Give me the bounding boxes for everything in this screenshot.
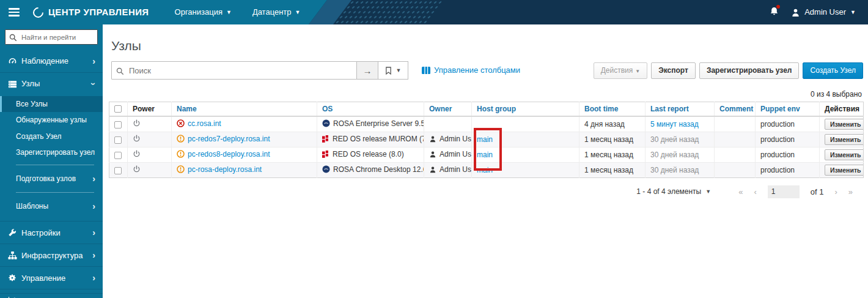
os-label: RED OS release MUROM (7.3.4) D... xyxy=(333,135,424,143)
chevron-right-icon: › xyxy=(92,251,95,259)
host-name-link[interactable]: cc.rosa.int xyxy=(188,119,221,128)
gauge-icon xyxy=(8,56,21,65)
sidebar-item-monitoring-overview[interactable]: Наблюдение › xyxy=(0,50,103,72)
table-row: pc-rosa-deploy.rosa.int ROSA Chrome Desk… xyxy=(109,162,864,177)
per-page-dropdown[interactable]: 1 - 4 of 4 элементы ▼ xyxy=(636,187,711,196)
create-host-button[interactable]: Создать Узел xyxy=(803,62,863,79)
search-input[interactable] xyxy=(111,61,357,80)
chevron-right-icon: › xyxy=(92,174,95,183)
os-icon xyxy=(322,135,329,144)
datacenter-menu[interactable]: Датацентр ▼ xyxy=(252,7,301,17)
sidebar-item-infrastructure[interactable]: Инфраструктура › xyxy=(0,244,103,266)
divider xyxy=(16,165,94,165)
hosts-table-wrap: PowerNameOSOwnerHost groupBoot timeLast … xyxy=(109,102,863,178)
search-icon xyxy=(9,32,17,44)
actions-button[interactable]: Действия▼ xyxy=(594,62,648,79)
user-menu[interactable]: Admin User ▼ xyxy=(791,7,856,17)
row-checkbox[interactable] xyxy=(114,167,122,174)
chevron-down-icon: ▼ xyxy=(295,10,301,15)
os-label: RED OS release (8.0) xyxy=(333,150,404,158)
sidebar-item-provisioning[interactable]: Подготовка узлов › xyxy=(0,169,103,188)
brand[interactable]: ЦЕНТР УПРАВЛЕНИЯ xyxy=(33,7,149,18)
row-checkbox[interactable] xyxy=(114,136,122,144)
host-group-link[interactable]: main xyxy=(477,166,493,174)
last-report[interactable]: 5 минут назад xyxy=(650,120,699,129)
gear-icon xyxy=(8,274,21,282)
host-name-link[interactable]: pc-rosa-deploy.rosa.int xyxy=(188,165,262,174)
power-status-icon xyxy=(133,165,141,175)
chevron-right-icon: › xyxy=(92,57,95,65)
table-header-row: PowerNameOSOwnerHost groupBoot timeLast … xyxy=(109,102,864,116)
sidebar: Наблюдение › Узлы › Все Узлы Обнаруженны… xyxy=(0,24,103,298)
organization-menu[interactable]: Организация ▼ xyxy=(175,7,232,17)
owner-label: Admin User xyxy=(440,165,472,174)
owner-label: Admin User xyxy=(440,135,472,143)
edit-button[interactable]: Изменить xyxy=(825,149,864,160)
column-header[interactable]: Last report xyxy=(645,102,715,116)
boot-time: 1 месяц назад xyxy=(579,147,645,162)
column-header[interactable]: Name xyxy=(172,102,317,116)
chevron-down-icon: ▼ xyxy=(635,69,640,74)
user-name: Admin User xyxy=(804,7,846,17)
next-page-button[interactable]: › xyxy=(834,187,837,197)
last-page-button[interactable]: » xyxy=(848,187,853,197)
sidebar-item-all-hosts[interactable]: Все Узлы xyxy=(0,96,103,112)
edit-button[interactable]: Изменить xyxy=(825,165,864,176)
top-navbar: ЦЕНТР УПРАВЛЕНИЯ Организация ▼ Датацентр… xyxy=(0,0,868,24)
sidebar-item-administer[interactable]: Управление › xyxy=(0,266,103,289)
selection-count: 0 из 4 выбрано xyxy=(103,90,862,99)
column-header[interactable]: Comment xyxy=(715,102,756,116)
edit-button[interactable]: Изменить xyxy=(825,134,864,145)
hosts-submenu: Все Узлы Обнаруженные узлы Создать Узел … xyxy=(0,95,103,221)
notifications-bell-icon[interactable] xyxy=(770,6,779,18)
edit-button[interactable]: Изменить xyxy=(825,119,864,130)
column-header[interactable]: OS xyxy=(317,102,424,116)
sidebar-item-monitor[interactable]: Мониторинг › xyxy=(0,289,103,298)
column-header[interactable]: Puppet env xyxy=(756,102,820,116)
bookmark-button[interactable]: ▼ xyxy=(378,61,408,80)
sitemap-icon xyxy=(8,251,21,260)
last-report: 30 дней назад xyxy=(650,166,699,174)
host-name-link[interactable]: pc-redos8-deploy.rosa.int xyxy=(188,150,270,158)
boot-time: 1 месяц назад xyxy=(579,132,645,147)
first-page-button[interactable]: « xyxy=(738,187,743,197)
puppet-env: production xyxy=(756,116,820,132)
host-group-link[interactable]: main xyxy=(477,135,493,144)
comment xyxy=(715,162,756,177)
search-submit-button[interactable]: → xyxy=(356,61,378,80)
select-all-checkbox[interactable] xyxy=(114,105,122,113)
export-button[interactable]: Экспорт xyxy=(651,62,696,79)
sidebar-item-hosts[interactable]: Узлы › xyxy=(0,72,103,95)
sidebar-search-input[interactable] xyxy=(5,29,98,45)
column-header[interactable]: Boot time xyxy=(579,102,645,116)
host-status-icon xyxy=(177,135,185,144)
sidebar-item-create-host[interactable]: Создать Узел xyxy=(0,129,103,144)
sidebar-item-settings[interactable]: Настройки › xyxy=(0,221,103,244)
hamburger-menu-icon[interactable] xyxy=(0,8,28,17)
chevron-right-icon: › xyxy=(92,228,95,237)
page-number-input[interactable] xyxy=(768,185,800,198)
page-count-label: of 1 xyxy=(811,187,824,197)
manage-columns-link[interactable]: Управление столбцами xyxy=(422,65,520,75)
column-header: Power xyxy=(128,102,172,116)
chevron-down-icon: ▼ xyxy=(396,68,402,73)
sidebar-item-register-host[interactable]: Зарегистрировать узел xyxy=(0,144,103,160)
bookmark-icon xyxy=(385,67,392,75)
comment xyxy=(715,132,756,147)
host-name-link[interactable]: pc-redos7-deploy.rosa.int xyxy=(188,135,270,143)
chevron-down-icon: ▼ xyxy=(705,189,711,195)
sidebar-item-templates[interactable]: Шаблоны › xyxy=(0,196,103,216)
puppet-env: production xyxy=(756,147,820,162)
row-checkbox[interactable] xyxy=(114,152,122,159)
owner-user-icon xyxy=(429,135,436,144)
os-icon xyxy=(322,165,330,175)
column-header[interactable]: Host group xyxy=(472,102,579,116)
row-checkbox[interactable] xyxy=(114,121,122,129)
host-group-link[interactable]: main xyxy=(477,151,493,159)
chevron-down-icon: › xyxy=(90,83,98,86)
column-header[interactable]: Owner xyxy=(424,102,472,116)
power-status-icon xyxy=(133,119,141,129)
prev-page-button[interactable]: ‹ xyxy=(754,187,756,197)
register-host-button[interactable]: Зарегистрировать узел xyxy=(699,62,800,79)
sidebar-item-discovered-hosts[interactable]: Обнаруженные узлы xyxy=(0,112,103,128)
